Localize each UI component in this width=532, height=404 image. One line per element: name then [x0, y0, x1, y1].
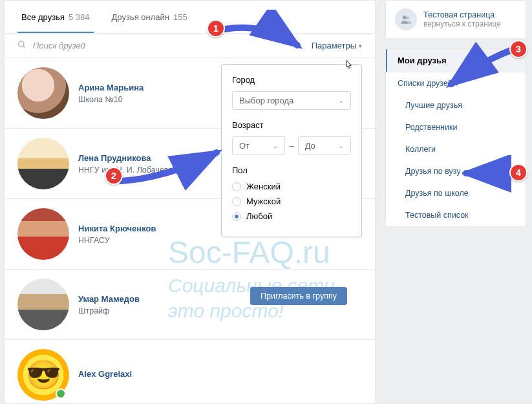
age-to-value: До: [305, 141, 315, 151]
parameters-popover: Город Выбор города ⌄ Возраст От ⌄ – До ⌄: [221, 64, 362, 237]
friends-panel: Все друзья 5 384 Друзья онлайн 155 Парам…: [4, 0, 376, 404]
gender-male-radio[interactable]: Мужской: [232, 197, 351, 206]
friend-sub: ННГУ им. Н. И. Лобачевского: [78, 165, 187, 175]
tabs: Все друзья 5 384 Друзья онлайн 155: [5, 1, 375, 34]
friend-name[interactable]: Alex Ggrelaxi: [78, 369, 132, 379]
friend-name[interactable]: Умар Мамедов: [78, 294, 140, 304]
age-label: Возраст: [232, 120, 351, 130]
list-best-friends[interactable]: Лучшие друзья: [386, 94, 526, 116]
friend-lists-toggle[interactable]: Списки друзей ▴: [386, 72, 526, 94]
chevron-down-icon: ⌄: [339, 98, 344, 104]
friend-row: Alex Ggrelaxi: [5, 340, 375, 404]
svg-point-3: [407, 17, 410, 20]
avatar[interactable]: [17, 208, 69, 260]
gender-any-radio[interactable]: Любой: [232, 211, 351, 221]
age-from-select[interactable]: От ⌄: [232, 136, 285, 155]
friend-sub: Штрайф: [78, 306, 140, 315]
city-select-value: Выбор города: [239, 96, 293, 105]
city-label: Город: [232, 75, 351, 85]
svg-point-0: [19, 41, 24, 47]
search-input[interactable]: [33, 41, 312, 50]
menu-my-friends[interactable]: Мои друзья: [386, 49, 526, 72]
profile-icon: [395, 8, 417, 30]
avatar[interactable]: [17, 67, 69, 119]
list-school-friends[interactable]: Друзья по школе: [386, 182, 526, 204]
radio-icon: [232, 212, 241, 221]
svg-point-2: [403, 16, 407, 19]
friend-sub: Школа №10: [78, 95, 144, 104]
annotation-3: 3: [509, 40, 527, 58]
tab-count: 5 384: [69, 12, 90, 22]
avatar[interactable]: [17, 279, 69, 330]
tab-label: Друзья онлайн: [112, 12, 169, 22]
friend-name[interactable]: Никита Крюченков: [78, 224, 156, 233]
annotation-4: 4: [509, 164, 527, 182]
parameters-toggle[interactable]: Параметры ▾: [312, 41, 362, 50]
friend-name[interactable]: Арина Марьина: [78, 83, 144, 92]
list-test[interactable]: Тестовый список: [386, 204, 526, 226]
radio-label: Любой: [246, 211, 272, 221]
friend-name[interactable]: Лена Прудникова: [78, 153, 187, 163]
avatar[interactable]: [17, 349, 69, 401]
lists-header-label: Списки друзей: [398, 79, 452, 88]
profile-card[interactable]: Тестовая страница вернуться к странице: [385, 0, 526, 39]
annotation-2: 2: [105, 167, 123, 185]
city-select[interactable]: Выбор города ⌄: [232, 91, 351, 110]
chevron-up-icon: ▴: [455, 80, 458, 87]
gender-female-radio[interactable]: Женский: [232, 182, 351, 191]
gender-label: Пол: [232, 165, 351, 175]
list-colleagues[interactable]: Коллеги: [386, 138, 526, 160]
friend-sub: ННГАСУ: [78, 236, 156, 245]
chevron-down-icon: ⌄: [273, 143, 278, 149]
radio-icon: [232, 182, 241, 191]
search-icon: [17, 40, 27, 51]
search-row: Параметры ▾: [5, 34, 375, 58]
annotation-1: 1: [207, 19, 225, 37]
age-to-select[interactable]: До ⌄: [298, 136, 351, 155]
invite-button[interactable]: Пригласить в группу: [250, 287, 347, 305]
dash: –: [289, 141, 293, 151]
profile-name[interactable]: Тестовая страница: [423, 10, 501, 19]
tab-all-friends[interactable]: Все друзья 5 384: [17, 1, 94, 33]
menu-card: Мои друзья Списки друзей ▴ Лучшие друзья…: [385, 48, 526, 227]
parameters-label: Параметры: [312, 41, 356, 50]
svg-line-1: [23, 46, 25, 48]
age-from-value: От: [239, 141, 250, 151]
avatar[interactable]: [17, 138, 69, 189]
radio-icon: [232, 197, 241, 206]
list-relatives[interactable]: Родственники: [386, 116, 526, 138]
list-university-friends[interactable]: Друзья по вузу: [386, 160, 526, 182]
radio-label: Мужской: [246, 197, 281, 206]
chevron-down-icon: ⌄: [339, 143, 344, 149]
tab-friends-online[interactable]: Друзья онлайн 155: [108, 1, 191, 33]
radio-label: Женский: [246, 182, 281, 191]
side-panel: Тестовая страница вернуться к странице М…: [385, 0, 526, 404]
profile-return[interactable]: вернуться к странице: [423, 19, 501, 28]
tab-count: 155: [173, 12, 187, 22]
chevron-down-icon: ▾: [359, 43, 362, 49]
tab-label: Все друзья: [21, 12, 65, 22]
